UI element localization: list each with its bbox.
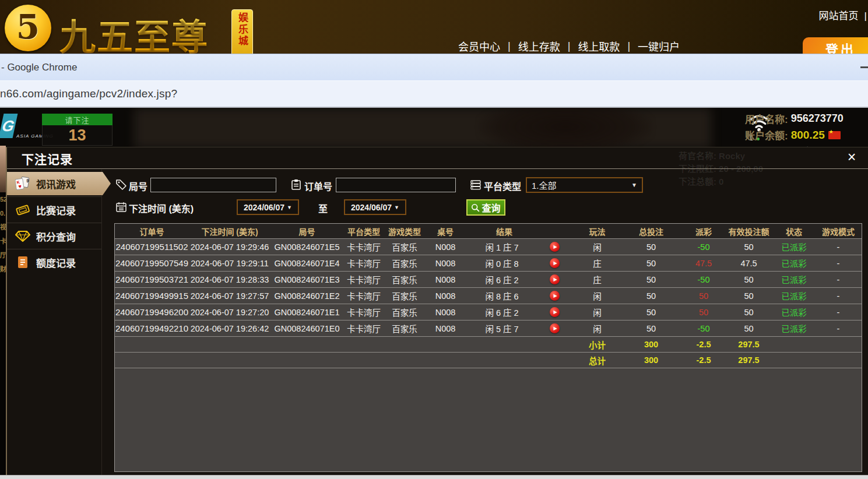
fragment-glyph: 视 xyxy=(0,220,6,234)
date-from-picker[interactable]: 2024/06/07▼ xyxy=(237,199,299,215)
cell-game-mode: - xyxy=(814,324,862,333)
fragment-glyph: 厅 xyxy=(0,248,6,262)
replay-button-icon[interactable]: ▶ xyxy=(550,242,560,252)
username-label: 用户名称: xyxy=(745,111,788,126)
nav-item-3[interactable]: 线上取款 xyxy=(578,38,620,54)
cell-total-bet: 50 xyxy=(619,324,683,333)
summary-label: 小计 xyxy=(575,339,619,351)
table-row: 2406071995037212024-06-07 19:28:33GN0082… xyxy=(115,272,862,288)
cell-valid-bet: 50 xyxy=(724,275,774,284)
replay-button-icon[interactable]: ▶ xyxy=(550,274,560,284)
cell-game-mode: - xyxy=(814,275,862,284)
table-row: 2406071994999152024-06-07 19:27:57GN0082… xyxy=(115,288,862,304)
result-text: 闲 8 庄 6 xyxy=(479,290,525,302)
sidebar-item-3[interactable]: 积分查询 xyxy=(7,224,102,248)
cell-game-type: 百家乐 xyxy=(384,290,425,302)
logout-button[interactable]: 登出 xyxy=(803,37,868,54)
cell-play-type: 庄 xyxy=(575,273,619,286)
cell-round-id: GN008246071E1 xyxy=(270,308,343,317)
background-photo-fragment xyxy=(0,146,6,192)
clipboard-icon xyxy=(290,179,302,191)
cell-play-type: 闲 xyxy=(575,306,619,318)
sidebar-divider xyxy=(7,249,101,249)
order-input[interactable] xyxy=(336,178,456,192)
close-icon[interactable]: × xyxy=(844,149,860,165)
replay-button-icon[interactable]: ▶ xyxy=(550,258,560,268)
cell-bet-time: 2024-06-07 19:29:11 xyxy=(189,259,270,268)
round-input[interactable] xyxy=(150,178,276,192)
cell-payout: -50 xyxy=(683,242,724,252)
svg-text:9: 9 xyxy=(26,178,30,184)
fragment-glyph: 52 xyxy=(0,192,6,206)
sidebar-item-4[interactable]: 额度记录 xyxy=(7,251,102,274)
cell-bet-time: 2024-06-07 19:26:42 xyxy=(189,324,270,333)
cell-play-type: 闲 xyxy=(575,290,619,302)
platform-label: 平台类型 xyxy=(484,179,521,193)
sidebar-divider xyxy=(7,223,101,223)
round-label: 局号 xyxy=(129,179,147,193)
cell-total-bet: 50 xyxy=(619,242,683,252)
fragment-glyph: 0. xyxy=(0,206,6,220)
cell-game-mode: - xyxy=(814,291,862,301)
chrome-urlbar[interactable]: n66.com/agingame/pcv2/index.jsp? xyxy=(0,80,868,108)
sidebar-item-2[interactable]: 比赛记录 xyxy=(7,198,102,221)
play-triangle: ▶ xyxy=(553,326,557,331)
replay-button-icon[interactable]: ▶ xyxy=(550,291,560,301)
brand-badge: 娱乐城 xyxy=(231,9,253,54)
banner-nav: 会员中心|线上存款|线上取款|一键归户 xyxy=(458,38,680,54)
cell-payout: 50 xyxy=(683,291,724,301)
nav-item-2[interactable]: 线上存款 xyxy=(518,38,560,54)
taskbar-edge xyxy=(0,475,868,479)
cell-order-id: 240607199499915 xyxy=(115,291,189,301)
column-header: 状态 xyxy=(774,226,814,237)
table-row: 2406071995115022024-06-07 19:29:46GN0082… xyxy=(115,239,862,255)
chrome-titlebar[interactable]: - Google Chrome xyxy=(0,54,868,80)
replay-button-icon[interactable]: ▶ xyxy=(550,323,560,333)
nav-item-1[interactable]: 会员中心 xyxy=(458,38,500,54)
bet-time-label: 下注时间 (美东) xyxy=(129,201,194,215)
column-header: 游戏类型 xyxy=(384,226,425,237)
modal-title: 下注记录 xyxy=(22,150,73,167)
sidebar-item-1[interactable]: 9K♥视讯游戏 xyxy=(7,172,111,195)
result-text: 闲 6 庄 2 xyxy=(479,273,525,286)
asia-gaming-logo-icon: G xyxy=(0,114,17,138)
cards-icon: 9K♥ xyxy=(14,176,31,191)
column-header: 下注时间 (美东) xyxy=(189,226,270,237)
cell-game-mode: - xyxy=(814,259,862,268)
nav-item-4[interactable]: 一键归户 xyxy=(638,38,680,54)
cell-status: 已派彩 xyxy=(774,290,814,302)
cell-game-type: 百家乐 xyxy=(384,322,425,334)
column-header: 平台类型 xyxy=(343,226,384,237)
cell-game-type: 百家乐 xyxy=(384,241,425,253)
cell-result: 闲 1 庄 7▶ xyxy=(466,241,575,253)
bet-prompt: 请下注 xyxy=(42,114,113,125)
cell-platform: 卡卡湾厅 xyxy=(343,306,384,318)
nav-separator: | xyxy=(508,40,511,52)
nav-separator: | xyxy=(627,40,630,52)
screen: 5 九五至尊 娱乐城 网站首页| 会员中心|线上存款|线上取款|一键归户 登出 … xyxy=(0,0,868,479)
tag-icon xyxy=(115,179,127,191)
summary-total-bet: 300 xyxy=(619,355,683,365)
cell-valid-bet: 50 xyxy=(724,291,774,301)
minimize-icon[interactable] xyxy=(860,66,868,68)
home-link[interactable]: 网站首页| xyxy=(819,8,867,22)
cell-table-no: N008 xyxy=(425,324,466,333)
platform-select[interactable]: 1.全部 ▼ xyxy=(526,177,643,193)
site-banner: 5 九五至尊 娱乐城 网站首页| 会员中心|线上存款|线上取款|一键归户 登出 xyxy=(0,0,868,54)
address-url: n66.com/agingame/pcv2/index.jsp? xyxy=(0,87,177,100)
date-to-picker[interactable]: 2024/06/07▼ xyxy=(344,199,406,215)
order-label: 订单号 xyxy=(304,179,332,193)
cell-round-id: GN008246071E2 xyxy=(270,291,343,301)
cell-result: 闲 5 庄 7▶ xyxy=(466,322,575,334)
cell-table-no: N008 xyxy=(425,308,466,317)
platform-list-icon xyxy=(470,179,482,191)
search-button[interactable]: 查询 xyxy=(466,199,505,216)
cell-game-mode: - xyxy=(814,242,862,252)
sidebar-item-label: 额度记录 xyxy=(36,255,76,270)
column-header: 桌号 xyxy=(425,226,466,237)
cell-valid-bet: 50 xyxy=(724,324,774,333)
cell-table-no: N008 xyxy=(425,291,466,301)
cell-platform: 卡卡湾厅 xyxy=(343,322,384,334)
cell-result: 闲 6 庄 2▶ xyxy=(466,306,575,318)
replay-button-icon[interactable]: ▶ xyxy=(550,307,560,317)
